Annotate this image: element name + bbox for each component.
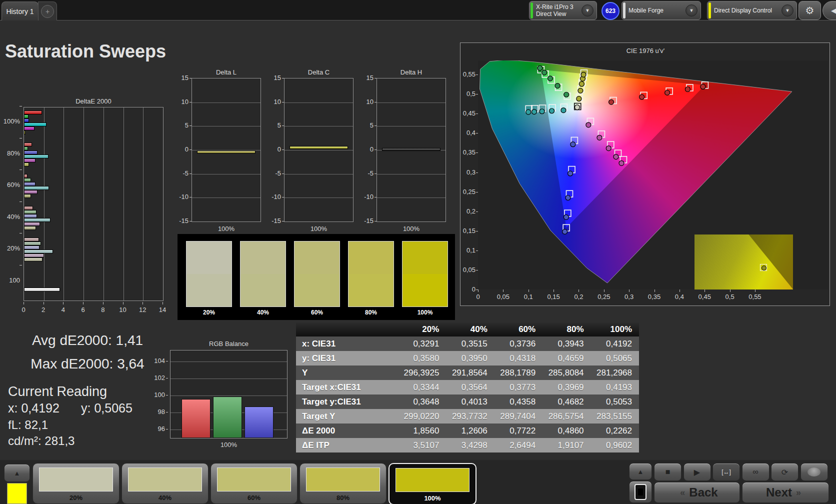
de-bar-80%-blue xyxy=(24,150,38,154)
loop-icon: ∞ xyxy=(752,468,758,476)
tick xyxy=(374,78,376,78)
de-bar-20%-cyan xyxy=(24,250,53,254)
collapse-panel-button[interactable]: ◀ xyxy=(822,1,836,20)
table-row-label: x: CIE31 xyxy=(296,336,398,351)
de-xtick: 0 xyxy=(18,306,30,314)
gridline xyxy=(284,126,353,126)
de-bar-100-red xyxy=(24,288,60,292)
cie-ytick: 0,25 xyxy=(460,188,476,196)
table-row-label: Target Y xyxy=(296,409,398,424)
tick xyxy=(476,114,478,114)
cie-ytick: 0,4 xyxy=(460,129,476,136)
delta_h-ytick: -15 xyxy=(360,217,374,224)
table-cell: 0,4682 xyxy=(542,394,590,409)
rgb-ytick: 100 xyxy=(150,391,165,398)
gridline xyxy=(284,198,353,198)
tab-label: History 1 xyxy=(6,8,34,16)
green-sweep-measured xyxy=(555,84,560,88)
patch-button-20%[interactable]: 20% xyxy=(32,463,120,504)
tick xyxy=(374,174,376,174)
blank-button[interactable] xyxy=(800,463,828,481)
red-sweep-measured xyxy=(609,100,614,104)
cie-ytick: 0,05 xyxy=(460,266,476,274)
tick xyxy=(528,290,529,292)
cie-zoom-inset[interactable] xyxy=(694,234,793,290)
meter-line2: Direct View xyxy=(536,10,574,18)
de-bar-20%-green xyxy=(24,242,41,246)
rgb-bar-G xyxy=(213,396,242,438)
tick xyxy=(374,150,376,150)
de-group-label: 100 xyxy=(0,276,20,284)
patch-chip xyxy=(217,468,291,492)
patch-button-40%[interactable]: 40% xyxy=(122,463,208,504)
delta_h-chart xyxy=(376,78,446,222)
patch-button-60%[interactable]: 60% xyxy=(210,463,298,504)
transport-up-button[interactable]: ▲ xyxy=(629,463,652,480)
stop-button[interactable]: ■ xyxy=(654,463,682,481)
cie-xtick: 0 xyxy=(468,293,488,300)
actual-target-swatch-80% xyxy=(348,241,394,307)
table-row: x: CIE310,32910,35150,37360,39430,4192 xyxy=(296,336,639,351)
cie-xtick: 0,4 xyxy=(670,293,690,300)
de-xtick: 4 xyxy=(57,306,69,314)
cyan-sweep-measured xyxy=(532,110,536,114)
back-button[interactable]: « Back xyxy=(654,482,740,503)
de-bar-20%-red xyxy=(24,238,39,242)
loop-button[interactable]: ∞ xyxy=(742,463,770,481)
table-cell: 293,7732 xyxy=(446,409,494,424)
cyan-sweep-measured xyxy=(540,109,544,114)
patch-chip xyxy=(306,468,380,492)
source-dropdown[interactable]: Mobile Forge ▼ xyxy=(622,1,701,20)
meter-dropdown[interactable]: X-Rite i1Pro 3 Direct View ▼ xyxy=(529,1,597,20)
stop-measure-button[interactable] xyxy=(629,481,652,503)
table-cell: 0,3736 xyxy=(494,336,542,351)
cie-ytick: 0,5 xyxy=(460,90,476,98)
delta_l-ytick: 15 xyxy=(174,74,188,82)
cie-xtick: 0,45 xyxy=(694,293,714,300)
actual-target-swatch-20% xyxy=(186,241,232,307)
table-cell: 0,4860 xyxy=(542,424,590,438)
de-bar-80%-red xyxy=(24,142,32,146)
de-bar-100%-red xyxy=(24,110,42,114)
rgb-balance-y-labels: 1041021009896 xyxy=(150,350,168,438)
current-patch-swatch[interactable] xyxy=(7,483,27,504)
add-tab-button[interactable]: + xyxy=(38,2,57,20)
cie-ytick: 0,45 xyxy=(460,110,476,117)
workflow-label: Direct Display Control xyxy=(714,7,772,14)
page-title: Saturation Sweeps xyxy=(5,41,166,62)
green-sweep-measured xyxy=(538,66,542,70)
play-button[interactable]: ▶ xyxy=(684,463,711,481)
patch-list-up-button[interactable]: ▲ xyxy=(4,464,30,482)
tick xyxy=(63,302,64,304)
next-button[interactable]: Next » xyxy=(742,482,829,503)
inset-gamut-edge xyxy=(694,234,793,290)
settings-button[interactable]: ⚙ xyxy=(798,1,821,20)
patch-button-80%[interactable]: 80% xyxy=(300,463,386,504)
de-bar-100%-magenta xyxy=(24,126,34,130)
de-bar-40%-magenta xyxy=(24,222,40,226)
patch-button-label: 60% xyxy=(211,494,297,502)
meter-count-badge[interactable]: 623 xyxy=(602,2,620,20)
patch-button-100%[interactable]: 100% xyxy=(388,463,476,504)
table-cell: 289,7404 xyxy=(494,409,542,424)
cie-ytick: 0 xyxy=(460,286,476,293)
table-cell: 285,8084 xyxy=(542,366,590,380)
tick xyxy=(166,361,168,362)
tick xyxy=(282,126,284,126)
table-cell: 1,8560 xyxy=(398,424,446,438)
de-xtick: 6 xyxy=(77,306,89,314)
tab-history-1[interactable]: History 1 xyxy=(2,2,38,20)
tick xyxy=(755,290,756,292)
tick xyxy=(190,102,192,102)
de-bar-40%-red xyxy=(24,206,33,210)
table-cell: 299,0220 xyxy=(398,409,446,424)
app-window: History 1 + X-Rite i1Pro 3 Direct View ▼… xyxy=(0,0,836,504)
tick xyxy=(282,102,284,102)
step-button[interactable]: [↔] xyxy=(712,463,740,481)
delta_c-bar xyxy=(290,146,348,149)
refresh-button[interactable]: ⟳ xyxy=(771,463,798,481)
workflow-dropdown[interactable]: Direct Display Control ▼ xyxy=(707,1,797,20)
delta_l-ytick: 5 xyxy=(174,122,188,129)
tick xyxy=(44,302,44,304)
rgb-ytick: 98 xyxy=(150,408,165,416)
